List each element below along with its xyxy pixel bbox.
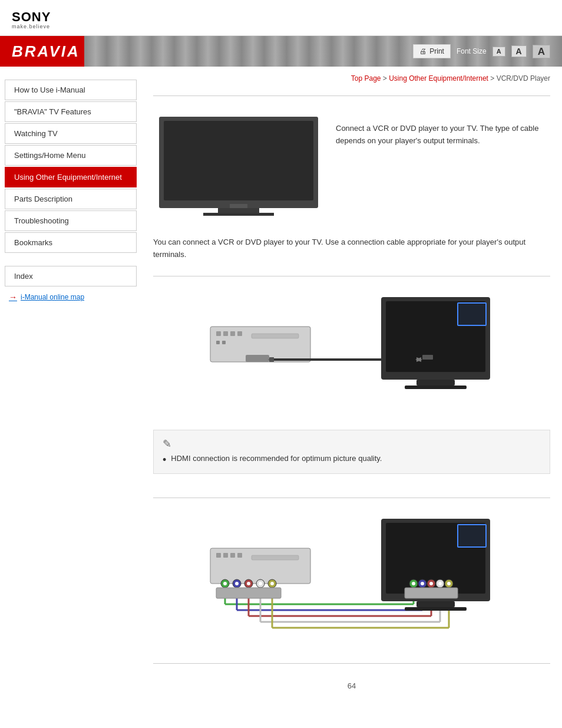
sidebar-online-map-link[interactable]: → i-Manual online map <box>0 289 141 305</box>
hdmi-diagram-svg <box>204 291 499 415</box>
font-medium-button[interactable]: A <box>511 45 527 57</box>
svg-rect-2 <box>218 208 259 213</box>
svg-point-39 <box>247 582 250 585</box>
top-divider <box>153 95 550 96</box>
print-button[interactable]: 🖨 Print <box>413 44 451 58</box>
print-icon: 🖨 <box>419 47 427 55</box>
svg-rect-62 <box>458 525 486 547</box>
desc-text: You can connect a VCR or DVD player to y… <box>153 228 550 270</box>
svg-point-68 <box>421 582 424 585</box>
svg-rect-31 <box>230 553 235 558</box>
sony-logo: SONY make.believe <box>12 11 550 29</box>
svg-point-72 <box>438 582 442 585</box>
svg-rect-23 <box>416 380 455 386</box>
svg-point-66 <box>412 582 415 585</box>
bravia-title: BRAVIA <box>12 42 80 61</box>
svg-rect-75 <box>216 588 281 598</box>
sidebar-item-settings[interactable]: Settings/Home Menu <box>5 145 137 166</box>
svg-rect-1 <box>164 121 313 200</box>
sidebar-item-bookmarks[interactable]: Bookmarks <box>5 232 137 253</box>
intro-image <box>153 111 324 219</box>
svg-rect-3 <box>203 213 274 216</box>
font-small-button[interactable]: A <box>492 47 505 57</box>
note-bullet: • HDMI connection is recommended for opt… <box>163 454 541 467</box>
intro-text: Connect a VCR or DVD player to your TV. … <box>336 111 550 147</box>
sidebar-item-using-other[interactable]: Using Other Equipment/Internet <box>5 167 137 187</box>
sidebar-item-bravia-features[interactable]: "BRAVIA" TV Features <box>5 101 137 122</box>
svg-rect-64 <box>405 607 467 611</box>
svg-rect-8 <box>230 331 235 336</box>
svg-rect-7 <box>223 331 228 336</box>
svg-rect-76 <box>405 588 458 598</box>
breadcrumb-top[interactable]: Top Page <box>351 74 381 83</box>
svg-rect-30 <box>223 553 228 558</box>
sidebar-item-how-to-use[interactable]: How to Use i-Manual <box>5 80 137 100</box>
main-layout: How to Use i-Manual "BRAVIA" TV Features… <box>0 67 562 720</box>
note-text: HDMI connection is recommended for optim… <box>171 454 382 463</box>
bullet-icon: • <box>163 454 166 467</box>
svg-rect-4 <box>230 204 247 208</box>
svg-rect-24 <box>405 386 467 389</box>
sidebar-item-watching-tv[interactable]: Watching TV <box>5 123 137 144</box>
breadcrumb: Top Page > Using Other Equipment/Interne… <box>153 70 550 90</box>
note-box: ✎ • HDMI connection is recommended for o… <box>153 430 550 475</box>
svg-point-74 <box>447 582 451 585</box>
svg-rect-6 <box>216 331 221 336</box>
arrow-icon: → <box>9 292 17 302</box>
content-area: Top Page > Using Other Equipment/Interne… <box>141 67 562 720</box>
svg-rect-13 <box>246 355 269 362</box>
breadcrumb-current: VCR/DVD Player <box>497 74 550 83</box>
sidebar: How to Use i-Manual "BRAVIA" TV Features… <box>0 67 141 311</box>
svg-rect-33 <box>252 555 299 560</box>
font-large-button[interactable]: A <box>533 45 550 58</box>
bottom-divider <box>153 663 550 664</box>
svg-rect-25 <box>422 355 433 360</box>
header: SONY make.believe <box>0 0 562 36</box>
note-icon: ✎ <box>163 437 541 450</box>
component-diagram-svg <box>204 513 499 648</box>
sidebar-item-parts[interactable]: Parts Description <box>5 189 137 209</box>
mid-divider2 <box>153 498 550 498</box>
svg-point-37 <box>235 582 239 585</box>
mid-divider1 <box>153 276 550 276</box>
svg-point-70 <box>429 582 433 585</box>
sidebar-index[interactable]: Index <box>5 266 137 286</box>
svg-rect-32 <box>237 553 242 558</box>
intro-section: Connect a VCR or DVD player to your TV. … <box>153 102 550 228</box>
bravia-bar: BRAVIA 🖨 Print Font Size A A A <box>0 36 562 67</box>
svg-rect-10 <box>216 341 220 344</box>
svg-rect-29 <box>216 553 221 558</box>
svg-rect-63 <box>416 601 455 607</box>
tv-diagram-svg <box>153 111 324 217</box>
component-connection-section <box>153 504 550 657</box>
hdmi-connection-section <box>153 282 550 424</box>
svg-rect-9 <box>237 331 242 336</box>
svg-point-35 <box>223 582 227 585</box>
svg-rect-12 <box>252 334 299 338</box>
page-number: 64 <box>153 670 550 702</box>
svg-point-43 <box>270 582 274 585</box>
breadcrumb-using-other[interactable]: Using Other Equipment/Internet <box>389 74 488 83</box>
font-size-label: Font Size <box>457 47 487 55</box>
toolbar-right: 🖨 Print Font Size A A A <box>413 44 550 58</box>
svg-rect-11 <box>222 341 226 344</box>
svg-rect-22 <box>458 303 486 325</box>
svg-point-41 <box>259 582 262 585</box>
sidebar-item-troubleshooting[interactable]: Troubleshooting <box>5 210 137 231</box>
